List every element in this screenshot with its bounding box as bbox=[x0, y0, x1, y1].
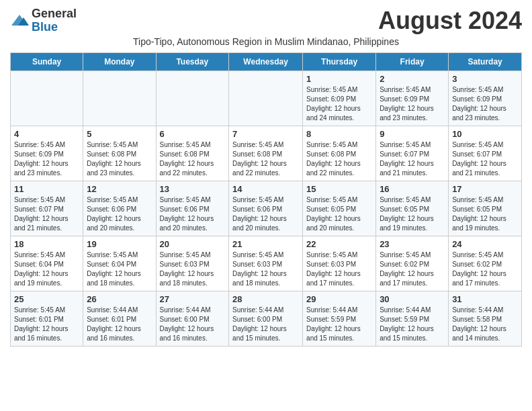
day-info: Sunrise: 5:45 AM Sunset: 6:02 PM Dayligh… bbox=[452, 250, 518, 288]
calendar-cell: 5Sunrise: 5:45 AM Sunset: 6:08 PM Daylig… bbox=[83, 126, 156, 181]
day-number: 30 bbox=[380, 294, 445, 304]
day-number: 14 bbox=[232, 184, 299, 194]
day-info: Sunrise: 5:45 AM Sunset: 6:07 PM Dayligh… bbox=[452, 140, 518, 178]
day-number: 16 bbox=[380, 184, 445, 194]
day-number: 27 bbox=[160, 294, 226, 304]
calendar-cell: 21Sunrise: 5:45 AM Sunset: 6:03 PM Dayli… bbox=[229, 236, 303, 291]
column-header-monday: Monday bbox=[83, 53, 156, 71]
day-info: Sunrise: 5:45 AM Sunset: 6:09 PM Dayligh… bbox=[14, 140, 79, 178]
calendar-cell: 9Sunrise: 5:45 AM Sunset: 6:07 PM Daylig… bbox=[376, 126, 449, 181]
day-number: 9 bbox=[380, 129, 445, 139]
calendar-cell: 14Sunrise: 5:45 AM Sunset: 6:06 PM Dayli… bbox=[229, 181, 303, 236]
day-number: 7 bbox=[232, 129, 299, 139]
day-number: 3 bbox=[452, 74, 518, 84]
logo: General Blue bbox=[10, 7, 77, 34]
day-info: Sunrise: 5:45 AM Sunset: 6:06 PM Dayligh… bbox=[87, 195, 152, 233]
day-info: Sunrise: 5:45 AM Sunset: 6:08 PM Dayligh… bbox=[160, 140, 226, 178]
calendar-cell: 19Sunrise: 5:45 AM Sunset: 6:04 PM Dayli… bbox=[83, 236, 156, 291]
calendar-cell: 30Sunrise: 5:44 AM Sunset: 5:59 PM Dayli… bbox=[376, 291, 449, 347]
column-header-tuesday: Tuesday bbox=[156, 53, 229, 71]
day-number: 2 bbox=[380, 74, 445, 84]
calendar-cell bbox=[11, 71, 83, 126]
calendar-cell: 26Sunrise: 5:44 AM Sunset: 6:01 PM Dayli… bbox=[83, 291, 156, 347]
calendar-week-2: 4Sunrise: 5:45 AM Sunset: 6:09 PM Daylig… bbox=[11, 126, 522, 181]
calendar-body: 1Sunrise: 5:45 AM Sunset: 6:09 PM Daylig… bbox=[11, 71, 522, 347]
day-number: 23 bbox=[380, 239, 445, 249]
calendar-cell: 2Sunrise: 5:45 AM Sunset: 6:09 PM Daylig… bbox=[376, 71, 449, 126]
day-info: Sunrise: 5:44 AM Sunset: 6:00 PM Dayligh… bbox=[232, 306, 299, 343]
day-info: Sunrise: 5:45 AM Sunset: 6:01 PM Dayligh… bbox=[14, 306, 79, 343]
day-number: 1 bbox=[306, 74, 372, 84]
day-number: 26 bbox=[87, 294, 152, 304]
day-info: Sunrise: 5:45 AM Sunset: 6:06 PM Dayligh… bbox=[232, 195, 299, 233]
page-header: General Blue August 2024 bbox=[10, 7, 522, 35]
day-number: 25 bbox=[14, 294, 79, 304]
column-header-friday: Friday bbox=[376, 53, 449, 71]
day-info: Sunrise: 5:45 AM Sunset: 6:06 PM Dayligh… bbox=[160, 195, 226, 233]
header-row: SundayMondayTuesdayWednesdayThursdayFrid… bbox=[11, 53, 522, 71]
day-info: Sunrise: 5:45 AM Sunset: 6:03 PM Dayligh… bbox=[306, 250, 372, 288]
calendar-cell: 12Sunrise: 5:45 AM Sunset: 6:06 PM Dayli… bbox=[83, 181, 156, 236]
day-info: Sunrise: 5:45 AM Sunset: 6:03 PM Dayligh… bbox=[160, 250, 226, 288]
day-info: Sunrise: 5:44 AM Sunset: 6:01 PM Dayligh… bbox=[87, 306, 152, 343]
day-number: 4 bbox=[14, 129, 79, 139]
day-number: 5 bbox=[87, 129, 152, 139]
calendar-cell: 13Sunrise: 5:45 AM Sunset: 6:06 PM Dayli… bbox=[156, 181, 229, 236]
day-info: Sunrise: 5:45 AM Sunset: 6:08 PM Dayligh… bbox=[87, 140, 152, 178]
calendar-cell: 11Sunrise: 5:45 AM Sunset: 6:07 PM Dayli… bbox=[11, 181, 83, 236]
day-number: 11 bbox=[14, 184, 79, 194]
day-info: Sunrise: 5:45 AM Sunset: 6:04 PM Dayligh… bbox=[87, 250, 152, 288]
calendar-cell: 16Sunrise: 5:45 AM Sunset: 6:05 PM Dayli… bbox=[376, 181, 449, 236]
day-info: Sunrise: 5:45 AM Sunset: 6:05 PM Dayligh… bbox=[306, 195, 372, 233]
calendar-cell: 24Sunrise: 5:45 AM Sunset: 6:02 PM Dayli… bbox=[449, 236, 522, 291]
day-number: 12 bbox=[87, 184, 152, 194]
day-info: Sunrise: 5:45 AM Sunset: 6:05 PM Dayligh… bbox=[380, 195, 445, 233]
main-title: August 2024 bbox=[378, 7, 522, 35]
column-header-wednesday: Wednesday bbox=[229, 53, 303, 71]
day-number: 24 bbox=[452, 239, 518, 249]
day-number: 29 bbox=[306, 294, 372, 304]
calendar-cell: 18Sunrise: 5:45 AM Sunset: 6:04 PM Dayli… bbox=[11, 236, 83, 291]
day-info: Sunrise: 5:45 AM Sunset: 6:07 PM Dayligh… bbox=[380, 140, 445, 178]
calendar-week-5: 25Sunrise: 5:45 AM Sunset: 6:01 PM Dayli… bbox=[11, 291, 522, 347]
day-info: Sunrise: 5:44 AM Sunset: 6:00 PM Dayligh… bbox=[160, 306, 226, 343]
subtitle: Tipo-Tipo, Autonomous Region in Muslim M… bbox=[10, 36, 522, 47]
column-header-saturday: Saturday bbox=[449, 53, 522, 71]
day-info: Sunrise: 5:45 AM Sunset: 6:09 PM Dayligh… bbox=[380, 85, 445, 123]
day-number: 20 bbox=[160, 239, 226, 249]
day-number: 13 bbox=[160, 184, 226, 194]
calendar-cell: 23Sunrise: 5:45 AM Sunset: 6:02 PM Dayli… bbox=[376, 236, 449, 291]
column-header-thursday: Thursday bbox=[303, 53, 376, 71]
day-number: 17 bbox=[452, 184, 518, 194]
calendar-cell: 15Sunrise: 5:45 AM Sunset: 6:05 PM Dayli… bbox=[303, 181, 376, 236]
day-number: 6 bbox=[160, 129, 226, 139]
day-info: Sunrise: 5:45 AM Sunset: 6:02 PM Dayligh… bbox=[380, 250, 445, 288]
day-info: Sunrise: 5:45 AM Sunset: 6:07 PM Dayligh… bbox=[14, 195, 79, 233]
calendar-week-1: 1Sunrise: 5:45 AM Sunset: 6:09 PM Daylig… bbox=[11, 71, 522, 126]
calendar-cell: 4Sunrise: 5:45 AM Sunset: 6:09 PM Daylig… bbox=[11, 126, 83, 181]
calendar-cell bbox=[83, 71, 156, 126]
day-number: 19 bbox=[87, 239, 152, 249]
day-number: 8 bbox=[306, 129, 372, 139]
day-number: 28 bbox=[232, 294, 299, 304]
calendar-cell: 22Sunrise: 5:45 AM Sunset: 6:03 PM Dayli… bbox=[303, 236, 376, 291]
day-number: 21 bbox=[232, 239, 299, 249]
logo-text: General Blue bbox=[32, 7, 77, 34]
calendar-cell: 6Sunrise: 5:45 AM Sunset: 6:08 PM Daylig… bbox=[156, 126, 229, 181]
calendar-cell: 27Sunrise: 5:44 AM Sunset: 6:00 PM Dayli… bbox=[156, 291, 229, 347]
day-info: Sunrise: 5:44 AM Sunset: 5:59 PM Dayligh… bbox=[380, 306, 445, 343]
day-number: 31 bbox=[452, 294, 518, 304]
calendar-cell: 25Sunrise: 5:45 AM Sunset: 6:01 PM Dayli… bbox=[11, 291, 83, 347]
calendar-cell: 31Sunrise: 5:44 AM Sunset: 5:58 PM Dayli… bbox=[449, 291, 522, 347]
calendar-header: SundayMondayTuesdayWednesdayThursdayFrid… bbox=[11, 53, 522, 71]
day-number: 10 bbox=[452, 129, 518, 139]
day-info: Sunrise: 5:45 AM Sunset: 6:05 PM Dayligh… bbox=[452, 195, 518, 233]
column-header-sunday: Sunday bbox=[11, 53, 83, 71]
day-info: Sunrise: 5:45 AM Sunset: 6:09 PM Dayligh… bbox=[452, 85, 518, 123]
calendar-cell: 20Sunrise: 5:45 AM Sunset: 6:03 PM Dayli… bbox=[156, 236, 229, 291]
day-info: Sunrise: 5:44 AM Sunset: 5:58 PM Dayligh… bbox=[452, 306, 518, 343]
day-info: Sunrise: 5:45 AM Sunset: 6:03 PM Dayligh… bbox=[232, 250, 299, 288]
calendar-cell: 7Sunrise: 5:45 AM Sunset: 6:08 PM Daylig… bbox=[229, 126, 303, 181]
logo-line2: Blue bbox=[32, 20, 58, 34]
calendar-cell: 10Sunrise: 5:45 AM Sunset: 6:07 PM Dayli… bbox=[449, 126, 522, 181]
